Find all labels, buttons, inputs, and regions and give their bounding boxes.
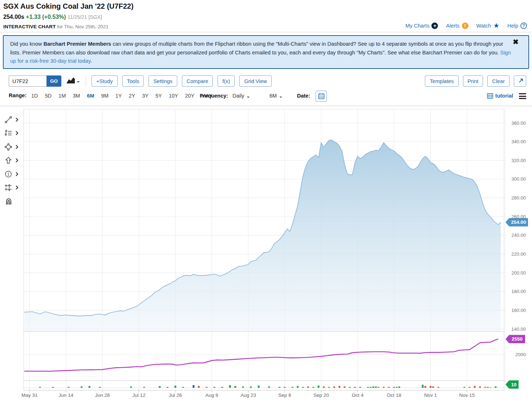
quote-line: 254.00s +1.33 (+0.53%) 11/25/21 [SGX] <box>3 14 102 20</box>
price-chart-canvas[interactable]: 360.00340.00320.00300.00280.00260.00240.… <box>0 106 532 403</box>
help-label: Help <box>507 23 518 29</box>
star-icon: ★ <box>493 22 499 29</box>
period-select[interactable]: 6M⌄ <box>269 93 283 99</box>
chevron-right-icon <box>16 145 18 149</box>
number-annotation-tool[interactable]: 1 <box>4 170 18 178</box>
svg-text:Aug 23: Aug 23 <box>240 392 256 398</box>
svg-text:Nov 15: Nov 15 <box>459 392 475 398</box>
range-5d[interactable]: 5D <box>45 93 52 99</box>
barchart-interactive-chart-page: SGX Aus Coking Coal Jan '22 (U7F22) 254.… <box>0 0 532 403</box>
header: SGX Aus Coking Coal Jan '22 (U7F22) 254.… <box>0 0 532 32</box>
alerts-link[interactable]: Alerts! <box>446 22 468 29</box>
price-area <box>24 140 501 332</box>
chevron-down-icon: ⌄ <box>246 94 250 99</box>
compare-button[interactable]: Compare <box>182 75 213 87</box>
range-3m[interactable]: 3M <box>73 93 80 99</box>
templates-button[interactable]: Templates <box>425 75 458 87</box>
svg-text:10: 10 <box>511 382 516 387</box>
print-button[interactable]: Print <box>463 75 483 87</box>
banner-text: Did you know <box>10 41 44 47</box>
quote-date-source: 11/25/21 [SGX] <box>68 14 102 20</box>
range-6m[interactable]: 6M <box>87 93 94 99</box>
range-2y[interactable]: 2Y <box>129 93 135 99</box>
arrow-annotation-tool[interactable] <box>4 156 18 164</box>
tutorial-label: tutorial <box>495 93 513 99</box>
interactive-chart-label: INTERACTIVE CHART <box>3 24 56 29</box>
range-3y[interactable]: 3Y <box>142 93 149 99</box>
chart-subtitle: INTERACTIVE CHART for Thu, Nov 25th, 202… <box>3 24 109 29</box>
study-button[interactable]: +Study <box>92 75 118 87</box>
svg-text:Oct 4: Oct 4 <box>352 392 364 398</box>
my-charts-label: My Charts <box>405 23 429 29</box>
svg-text:320.00: 320.00 <box>511 158 526 163</box>
fx-button[interactable]: f(x) <box>218 75 235 87</box>
range-1d[interactable]: 1D <box>31 93 38 99</box>
svg-text:Sep 6: Sep 6 <box>278 392 291 398</box>
diagonal-arrow-icon <box>519 78 524 83</box>
svg-text:Jul 12: Jul 12 <box>132 392 145 398</box>
grid-view-button[interactable]: Grid View <box>239 75 272 87</box>
question-circle-icon: ? <box>520 22 527 29</box>
symbol-input[interactable] <box>9 75 46 87</box>
banner-bold-text: Barchart Premier Members <box>44 41 111 47</box>
page-title: SGX Aus Coking Coal Jan '22 (U7F22) <box>3 2 134 11</box>
alert-icon: ! <box>462 22 468 29</box>
svg-text:2550: 2550 <box>512 336 523 342</box>
annotation-lines-tool[interactable] <box>4 129 18 137</box>
measure-tool[interactable] <box>4 184 18 192</box>
chevron-right-icon <box>16 118 18 122</box>
header-links: My Charts+ Alerts! Watch★ Help? <box>405 22 527 29</box>
chevron-right-icon <box>16 131 18 135</box>
tutorial-link[interactable]: tutorial <box>487 93 513 99</box>
chevron-right-icon <box>16 172 18 176</box>
svg-text:340.00: 340.00 <box>511 139 526 144</box>
frequency-label: Frequency: <box>200 93 228 99</box>
svg-text:May 31: May 31 <box>21 392 37 398</box>
range-9m[interactable]: 9M <box>101 93 109 99</box>
svg-text:Aug 9: Aug 9 <box>206 392 218 398</box>
watch-label: Watch <box>476 23 491 29</box>
frequency-select[interactable]: Daily⌄ <box>232 93 250 99</box>
svg-text:200.00: 200.00 <box>511 270 526 276</box>
banner-period: . <box>90 58 92 64</box>
help-link[interactable]: Help? <box>507 22 527 29</box>
magnet-tool[interactable] <box>4 197 13 206</box>
chevron-down-icon: ⌄ <box>76 78 80 83</box>
svg-text:Jun 14: Jun 14 <box>58 392 73 398</box>
svg-text:2000: 2000 <box>515 352 526 357</box>
close-icon[interactable]: ✖ <box>513 38 519 46</box>
svg-text:Nov 1: Nov 1 <box>424 392 437 398</box>
menu-icon[interactable] <box>519 93 526 100</box>
my-charts-link[interactable]: My Charts+ <box>405 22 438 29</box>
frequency-value: Daily <box>232 93 244 99</box>
subtitle-date: for Thu, Nov 25th, 2021 <box>56 24 108 29</box>
range-1m[interactable]: 1M <box>58 93 66 99</box>
open-interest-tag: 2550 <box>505 335 525 343</box>
chart-area: 360.00340.00320.00300.00280.00260.00240.… <box>0 105 532 403</box>
toolbar-buttons: +Study Tools Settings Compare f(x) Grid … <box>92 75 272 87</box>
period-value: 6M <box>269 93 277 99</box>
range-options: 1D 5D 1M 3M 6M 9M 1Y 2Y 3Y 5Y 10Y 20Y MA… <box>31 93 213 99</box>
svg-text:180.00: 180.00 <box>511 289 526 294</box>
film-icon <box>487 93 493 99</box>
range-1y[interactable]: 1Y <box>115 93 122 99</box>
settings-button[interactable]: Settings <box>149 75 177 87</box>
watch-link[interactable]: Watch★ <box>476 22 500 29</box>
expand-chart-button[interactable] <box>514 75 526 87</box>
shape-tool[interactable] <box>4 143 18 151</box>
go-button[interactable]: GO <box>46 75 61 87</box>
chart-type-selector[interactable]: ⌄ <box>66 77 80 85</box>
tools-button[interactable]: Tools <box>122 75 144 87</box>
svg-text:360.00: 360.00 <box>511 120 526 126</box>
range-10y[interactable]: 10Y <box>169 93 178 99</box>
last-price: 254.00s <box>3 14 24 20</box>
clear-button[interactable]: Clear <box>487 75 509 87</box>
calendar-button[interactable] <box>316 91 327 102</box>
trendline-tool[interactable] <box>4 116 18 124</box>
range-5y[interactable]: 5Y <box>155 93 162 99</box>
range-20y[interactable]: 20Y <box>185 93 195 99</box>
svg-text:Jul 26: Jul 26 <box>169 392 182 398</box>
chevron-down-icon: ⌄ <box>279 94 283 99</box>
area-chart-icon <box>66 77 76 85</box>
svg-text:Sep 20: Sep 20 <box>313 392 329 398</box>
